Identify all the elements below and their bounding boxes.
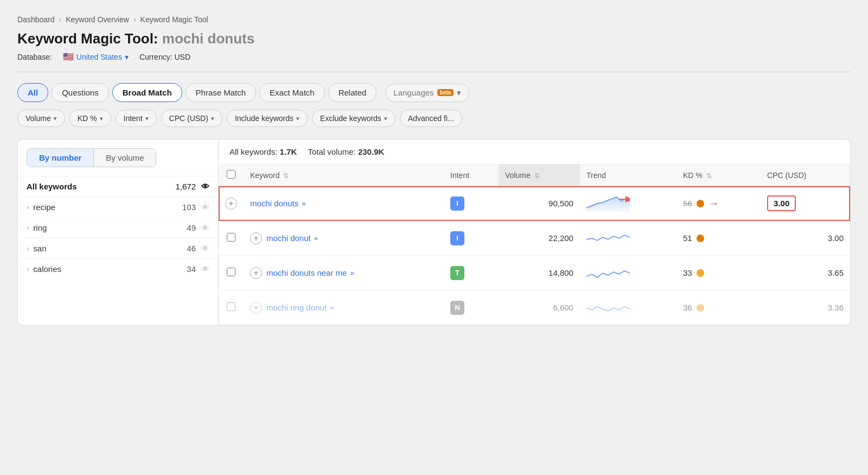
intent-chevron-icon: ▾	[145, 115, 149, 122]
volume-cell: 6,600	[499, 290, 580, 325]
filter-kd-label: KD %	[78, 114, 97, 123]
intent-cell: I	[444, 221, 499, 256]
tab-phrase-match[interactable]: Phrase Match	[186, 83, 257, 102]
trend-sparkline	[586, 227, 630, 247]
th-kd: KD % ⇅	[676, 164, 761, 186]
sidebar-item-label: ring	[33, 223, 187, 232]
divider	[17, 72, 851, 72]
tab-all[interactable]: All	[17, 83, 48, 102]
sidebar-item-count: 34	[187, 264, 196, 274]
eye-icon[interactable]: 👁	[201, 182, 209, 191]
row-checkbox[interactable]	[227, 268, 235, 276]
intent-badge: T	[450, 266, 464, 280]
sidebar-item-san[interactable]: › san 46 👁	[18, 238, 218, 258]
table-row: + mochi ring donut » N 6,600	[219, 290, 850, 325]
database-selector[interactable]: 🇺🇸 United States ▾	[63, 52, 129, 62]
view-by-volume[interactable]: By volume	[94, 149, 156, 167]
sidebar-arrow-icon: ›	[27, 224, 29, 232]
sidebar-eye-icon[interactable]: 👁	[201, 223, 209, 232]
intent-cell: I	[444, 186, 499, 221]
kd-value: 33	[683, 268, 692, 277]
kd-cell: 33	[676, 256, 761, 290]
keyword-arrows-icon: »	[330, 303, 334, 312]
all-keywords-label: All keywords:	[229, 147, 280, 156]
filter-cpc-label: CPC (USD)	[169, 114, 208, 123]
sidebar-item-ring[interactable]: › ring 49 👁	[18, 217, 218, 238]
filter-bar: Volume ▾ KD % ▾ Intent ▾ CPC (USD) ▾ Inc…	[17, 110, 851, 127]
keyword-link[interactable]: mochi donuts »	[250, 199, 437, 208]
tab-exact-match[interactable]: Exact Match	[259, 83, 325, 102]
row-checkbox[interactable]	[227, 233, 235, 242]
tab-questions[interactable]: Questions	[52, 83, 109, 102]
trend-sparkline	[586, 193, 630, 212]
keyword-cell: + mochi ring donut »	[244, 290, 444, 325]
cpc-cell: 3.00	[761, 221, 850, 256]
page-title: Keyword Magic Tool: mochi donuts	[17, 30, 851, 47]
table-row: + mochi donuts near me » T 14,800	[219, 256, 850, 290]
sidebar-item-label: calories	[33, 264, 187, 274]
add-keyword-button[interactable]: +	[225, 198, 237, 210]
sidebar-item-calories[interactable]: › calories 34 👁	[18, 258, 218, 279]
database-chevron-icon: ▾	[125, 53, 129, 61]
volume-cell: 22,200	[499, 221, 580, 256]
sidebar-item-count: 49	[187, 223, 196, 232]
row-checkbox-cell	[219, 290, 244, 325]
filter-volume-label: Volume	[25, 114, 51, 123]
total-volume-label: Total volume:	[308, 147, 358, 156]
include-chevron-icon: ▾	[296, 115, 299, 122]
filter-cpc[interactable]: CPC (USD) ▾	[161, 110, 222, 127]
keyword-arrows-icon: »	[314, 234, 318, 242]
flag-icon: 🇺🇸	[63, 52, 74, 62]
th-volume[interactable]: Volume ⇅	[499, 164, 580, 186]
keyword-text: mochi ring donut	[266, 303, 327, 312]
keyword-cell: + mochi donut »	[244, 221, 444, 256]
breadcrumb-sep-2: ›	[133, 15, 136, 24]
filter-kd[interactable]: KD % ▾	[69, 110, 111, 127]
view-by-number[interactable]: By number	[27, 149, 94, 167]
trend-cell	[580, 290, 676, 325]
kd-dot	[697, 200, 704, 207]
row-checkbox-cell	[219, 256, 244, 290]
keyword-link[interactable]: mochi ring donut »	[266, 303, 334, 312]
select-all-checkbox[interactable]	[227, 170, 235, 179]
tab-bar: All Questions Broad Match Phrase Match E…	[17, 83, 851, 102]
filter-advanced[interactable]: Advanced fi...	[400, 110, 462, 127]
filter-exclude-keywords[interactable]: Exclude keywords ▾	[312, 110, 395, 127]
keyword-cell: + mochi donuts near me »	[244, 256, 444, 290]
filter-include-keywords[interactable]: Include keywords ▾	[227, 110, 308, 127]
add-keyword-button[interactable]: +	[250, 267, 262, 279]
languages-button[interactable]: Languages beta ▾	[385, 84, 469, 102]
kd-sort-icon: ⇅	[706, 172, 712, 180]
filter-intent-label: Intent	[124, 114, 143, 123]
sidebar-all-count: 1,672	[77, 182, 196, 191]
row-checkbox[interactable]	[227, 302, 235, 311]
breadcrumb-dashboard: Dashboard	[17, 15, 55, 24]
volume-chevron-icon: ▾	[54, 115, 57, 122]
sidebar-eye-icon[interactable]: 👁	[201, 202, 209, 212]
add-keyword-button[interactable]: +	[250, 232, 262, 244]
trend-cell	[580, 186, 676, 221]
cpc-cell: 3.00	[761, 186, 850, 221]
tab-related[interactable]: Related	[328, 83, 377, 102]
sidebar-arrow-icon: ›	[27, 265, 29, 273]
cpc-chevron-icon: ▾	[211, 115, 214, 122]
sidebar: By number By volume All keywords 1,672 👁…	[17, 139, 218, 326]
add-keyword-button[interactable]: +	[250, 302, 262, 314]
filter-volume[interactable]: Volume ▾	[17, 110, 65, 127]
keyword-text: mochi donuts	[250, 199, 298, 208]
tab-broad-match[interactable]: Broad Match	[112, 83, 182, 102]
sidebar-eye-icon[interactable]: 👁	[201, 264, 209, 274]
breadcrumb: Dashboard › Keyword Overview › Keyword M…	[17, 15, 851, 24]
filter-intent[interactable]: Intent ▾	[116, 110, 157, 127]
total-volume: 230.9K	[358, 147, 384, 156]
intent-badge: N	[450, 301, 464, 315]
th-intent: Intent	[444, 164, 499, 186]
keyword-text: mochi donuts near me	[266, 268, 347, 277]
sidebar-item-recipe[interactable]: › recipe 103 👁	[18, 197, 218, 217]
database-label: Database:	[17, 53, 52, 61]
table-summary: All keywords: 1.7K Total volume: 230.9K	[219, 140, 850, 164]
keyword-link[interactable]: mochi donuts near me »	[266, 268, 354, 277]
sidebar-eye-icon[interactable]: 👁	[201, 244, 209, 253]
keyword-link[interactable]: mochi donut »	[266, 233, 318, 243]
th-cpc: CPC (USD)	[761, 164, 850, 186]
